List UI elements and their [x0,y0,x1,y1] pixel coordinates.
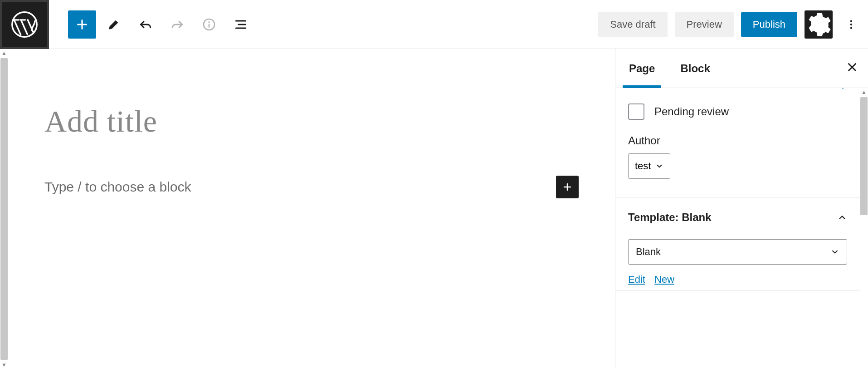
preview-button[interactable]: Preview [675,12,734,37]
svg-point-5 [850,23,852,25]
post-title-input[interactable]: Add title [44,103,579,139]
template-panel: Template: Blank Blank Edit New [615,197,860,290]
chevron-down-icon [655,162,663,170]
sidebar-scrollbar[interactable]: ▲ [860,88,868,369]
author-select-value: test [635,160,651,172]
scroll-down-icon: ▼ [1,361,7,369]
author-heading: Author [628,134,847,147]
options-button[interactable] [840,10,863,39]
author-block: Author test [615,124,860,197]
plus-icon [562,182,573,192]
pending-review-label: Pending review [654,105,729,118]
scroll-thumb[interactable] [860,97,868,215]
tab-block[interactable]: Block [677,49,713,88]
info-icon [202,17,216,32]
svg-rect-3 [209,24,210,27]
toolbar-left-group [68,10,255,39]
pending-review-row: Pending review [615,95,860,124]
kebab-icon [845,19,857,30]
document-overview-button[interactable] [227,10,255,39]
pencil-icon [107,17,121,32]
svg-point-2 [208,21,210,22]
toggle-block-inserter-button[interactable] [68,10,96,39]
template-select-value: Blank [636,246,661,258]
svg-point-4 [850,20,852,22]
redo-icon [170,17,185,32]
scroll-up-icon: ▲ [1,49,7,57]
publish-schedule-link[interactable]: Immediately [789,88,847,89]
close-icon [846,61,858,73]
save-draft-button[interactable]: Save draft [598,12,667,37]
author-select[interactable]: test [628,153,670,179]
tab-page[interactable]: Page [625,49,658,88]
editor-toolbar: Save draft Preview Publish [0,0,868,49]
editor-canvas-wrap: ▲ ▼ Add title Type / to choose a block [0,49,615,369]
template-new-link[interactable]: New [654,274,674,285]
chevron-down-icon [830,247,839,256]
template-select[interactable]: Blank [628,239,847,265]
publish-button[interactable]: Publish [741,12,797,37]
template-edit-link[interactable]: Edit [628,274,645,285]
undo-button[interactable] [132,10,160,39]
wordpress-icon [10,10,39,39]
settings-button[interactable] [805,10,833,39]
svg-point-6 [850,27,852,29]
close-settings-button[interactable] [846,61,858,76]
gear-icon [805,10,833,39]
wordpress-logo[interactable] [0,0,49,49]
chevron-up-icon [837,212,847,222]
sidebar-panel-body: Publish Immediately Pending review Autho… [615,88,868,369]
plus-icon [75,17,89,32]
publish-row-cutoff: Publish Immediately [615,88,860,95]
pending-review-checkbox[interactable] [628,103,644,120]
template-link-row: Edit New [628,274,847,285]
scroll-up-icon: ▲ [861,88,867,96]
scroll-thumb[interactable] [0,58,8,360]
publish-row-label: Publish [628,88,664,89]
list-view-icon [234,17,248,32]
template-heading: Template: Blank [628,211,712,224]
template-panel-toggle[interactable]: Template: Blank [628,211,847,224]
editor-canvas[interactable]: Add title Type / to choose a block [8,49,615,369]
editor-scrollbar[interactable]: ▲ ▼ [0,49,8,369]
block-placeholder-text[interactable]: Type / to choose a block [44,179,191,195]
settings-sidebar: Page Block ▲ Publish Immediately Pending… [615,49,868,369]
redo-button[interactable] [163,10,191,39]
toolbar-right-group: Save draft Preview Publish [598,10,863,39]
default-block-appender: Type / to choose a block [44,176,579,198]
add-block-button[interactable] [556,176,579,198]
undo-icon [138,17,153,32]
tools-button[interactable] [100,10,128,39]
sidebar-tabs: Page Block [615,49,868,88]
details-button[interactable] [195,10,223,39]
workspace: ▲ ▼ Add title Type / to choose a block P… [0,49,868,369]
